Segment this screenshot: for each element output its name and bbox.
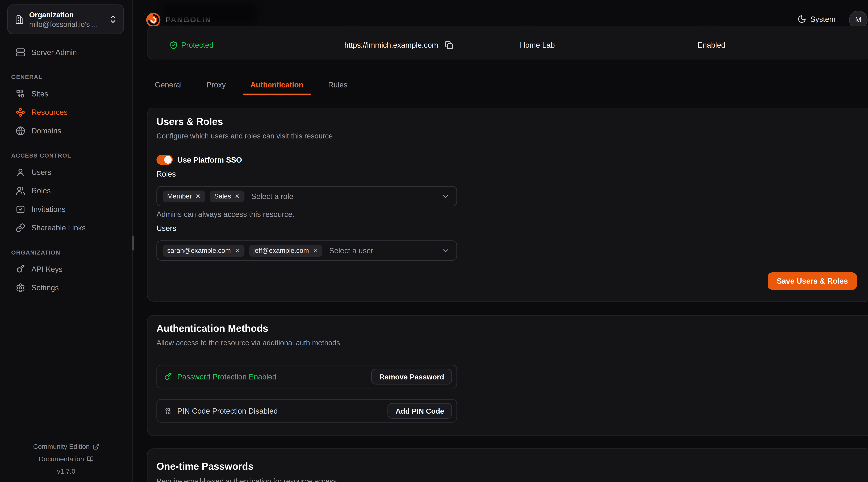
resource-enabled: Enabled [698, 41, 725, 49]
documentation-link[interactable]: Documentation [39, 455, 94, 463]
roles-field-label: Roles [156, 170, 176, 178]
add-pin-code-button[interactable]: Add PIN Code [388, 403, 452, 419]
use-platform-sso-toggle[interactable] [156, 155, 173, 165]
org-switcher-label: Organization [29, 10, 103, 20]
tab-general[interactable]: General [147, 75, 190, 95]
theme-label: System [810, 15, 836, 23]
version-label: v1.7.0 [57, 468, 75, 475]
community-edition-link[interactable]: Community Edition [33, 443, 99, 451]
remove-chip-icon[interactable] [234, 248, 240, 253]
role-chip: Sales [210, 190, 244, 202]
app-root: Organization milo@fossorial.io's ... Ser… [0, 0, 868, 482]
chevrons-up-down-icon [108, 14, 118, 24]
sidebar-section-general: GENERAL [0, 62, 132, 85]
roles-multiselect[interactable]: Member Sales Select a role [156, 186, 457, 206]
user-icon [16, 168, 25, 177]
remove-chip-icon[interactable] [195, 193, 201, 199]
org-switcher-text: Organization milo@fossorial.io's ... [29, 10, 103, 29]
roles-icon [16, 186, 25, 196]
moon-icon [797, 14, 806, 24]
tab-label: Authentication [250, 81, 303, 89]
card-subtitle: Configure which users and roles can visi… [156, 132, 333, 140]
card-subtitle: Allow access to the resource via additio… [156, 339, 340, 347]
shield-check-icon [169, 41, 178, 49]
remove-chip-icon[interactable] [235, 193, 240, 199]
resource-tabs: General Proxy Authentication Rules [133, 75, 868, 95]
remove-chip-icon[interactable] [312, 248, 318, 253]
use-platform-sso-label: Use Platform SSO [177, 156, 242, 164]
copy-url-button[interactable] [445, 41, 453, 49]
sidebar-item-resources[interactable]: Resources [0, 103, 132, 122]
pin-protection-status: PIN Code Protection Disabled [177, 407, 278, 415]
otp-card: One-time Passwords Require email-based a… [147, 448, 868, 482]
globe-icon [16, 126, 25, 136]
building-icon [14, 14, 24, 24]
roles-placeholder: Select a role [251, 192, 437, 200]
theme-toggle-button[interactable]: System [797, 14, 836, 24]
card-title: One-time Passwords [156, 461, 253, 473]
users-field-label: Users [156, 224, 176, 232]
auth-methods-card: Authentication Methods Allow access to t… [147, 315, 868, 436]
sidebar-item-label: Shareable Links [31, 224, 86, 232]
org-switcher[interactable]: Organization milo@fossorial.io's ... [7, 4, 124, 34]
documentation-label: Documentation [39, 455, 84, 463]
chevron-down-icon [441, 246, 450, 255]
sidebar-item-roles[interactable]: Roles [0, 182, 132, 200]
user-chip-label: jeff@example.com [253, 247, 309, 254]
sidebar-section-access-control: ACCESS CONTROL [0, 140, 132, 163]
card-title: Authentication Methods [156, 323, 268, 335]
sidebar-item-label: Users [31, 168, 51, 176]
sidebar-item-label: Settings [31, 284, 59, 292]
brand-name: PANGOLIN [165, 15, 212, 24]
remove-password-button[interactable]: Remove Password [372, 369, 452, 385]
sidebar-item-domains[interactable]: Domains [0, 122, 132, 140]
resource-url-text: https://immich.example.com [344, 41, 438, 49]
role-chip-label: Sales [214, 192, 231, 200]
sidebar-item-label: Roles [31, 187, 51, 195]
tab-label: Rules [328, 81, 347, 89]
resource-site: Home Lab [520, 41, 555, 49]
resources-icon [16, 107, 25, 117]
resource-status-card: Protected https://immich.example.com Hom… [147, 26, 868, 60]
card-subtitle: Require email-based authentication for r… [156, 477, 337, 482]
protection-status-label: Protected [181, 41, 214, 49]
sidebar-item-label: Resources [31, 108, 67, 117]
brand: PANGOLIN [145, 12, 212, 28]
resource-enabled-label: Enabled [698, 41, 725, 49]
sidebar-item-settings[interactable]: Settings [0, 279, 132, 297]
toggle-thumb [164, 156, 172, 163]
user-chip-label: sarah@example.com [167, 247, 231, 254]
users-roles-card: Users & Roles Configure which users and … [147, 107, 868, 301]
password-key-icon [164, 373, 172, 381]
user-chip: sarah@example.com [163, 245, 244, 256]
sidebar-item-users[interactable]: Users [0, 163, 132, 182]
copy-icon [445, 41, 453, 49]
tab-proxy[interactable]: Proxy [198, 75, 234, 95]
external-link-icon [93, 443, 99, 450]
resource-url: https://immich.example.com [344, 41, 453, 49]
role-chip: Member [163, 190, 205, 202]
save-users-roles-button[interactable]: Save Users & Roles [768, 272, 857, 290]
server-icon [16, 48, 25, 57]
sidebar-item-sites[interactable]: Sites [0, 85, 132, 103]
tab-authentication[interactable]: Authentication [243, 75, 311, 95]
key-icon [16, 265, 25, 274]
sidebar-item-label: Sites [31, 90, 48, 98]
sidebar: Organization milo@fossorial.io's ... Ser… [0, 0, 133, 482]
users-multiselect[interactable]: sarah@example.com jeff@example.com Selec… [156, 240, 457, 261]
sidebar-item-invitations[interactable]: Invitations [0, 200, 132, 219]
tab-rules[interactable]: Rules [320, 75, 355, 95]
sidebar-section-organization: ORGANIZATION [0, 237, 132, 260]
resource-site-label: Home Lab [520, 41, 555, 49]
tab-label: General [155, 81, 182, 89]
sidebar-item-label: API Keys [31, 265, 62, 274]
pin-binary-icon [164, 407, 172, 415]
sidebar-item-server-admin[interactable]: Server Admin [0, 43, 132, 62]
community-edition-label: Community Edition [33, 443, 90, 451]
sidebar-item-label: Invitations [31, 205, 65, 214]
sidebar-item-shareable-links[interactable]: Shareable Links [0, 219, 132, 237]
tab-label: Proxy [207, 81, 226, 89]
main-content: PANGOLIN System M Protected [133, 0, 868, 482]
sidebar-item-api-keys[interactable]: API Keys [0, 260, 132, 279]
password-protection-row: Password Protection Enabled Remove Passw… [156, 365, 457, 388]
